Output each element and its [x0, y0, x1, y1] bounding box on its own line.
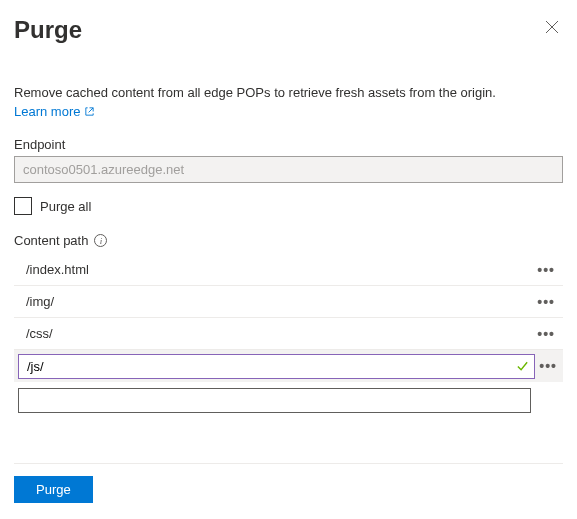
- panel-header: Purge: [14, 16, 563, 44]
- path-value[interactable]: /css/: [18, 320, 533, 347]
- info-icon[interactable]: i: [94, 234, 107, 247]
- more-icon: •••: [537, 262, 555, 278]
- learn-more-link[interactable]: Learn more: [14, 104, 95, 119]
- close-button[interactable]: [541, 16, 563, 41]
- content-path-label-row: Content path i: [14, 233, 563, 248]
- path-input-empty[interactable]: [18, 388, 531, 413]
- panel-footer: Purge: [14, 463, 563, 503]
- endpoint-input: [14, 156, 563, 183]
- row-menu-button[interactable]: •••: [533, 292, 559, 312]
- path-row-active: •••: [14, 350, 563, 382]
- external-link-icon: [84, 106, 95, 117]
- path-value[interactable]: /index.html: [18, 256, 533, 283]
- path-input-wrap: [18, 354, 535, 379]
- path-row: /index.html •••: [14, 254, 563, 286]
- content-path-label: Content path: [14, 233, 88, 248]
- more-icon: •••: [537, 326, 555, 342]
- row-menu-button[interactable]: •••: [533, 260, 559, 280]
- more-icon: •••: [539, 358, 557, 374]
- row-menu-button[interactable]: •••: [533, 324, 559, 344]
- purge-button[interactable]: Purge: [14, 476, 93, 503]
- path-input-active[interactable]: [18, 354, 535, 379]
- row-menu-button[interactable]: •••: [535, 356, 561, 376]
- checkmark-icon: [516, 360, 529, 373]
- page-title: Purge: [14, 16, 82, 44]
- learn-more-label: Learn more: [14, 104, 80, 119]
- purge-all-row: Purge all: [14, 197, 563, 215]
- path-row: /img/ •••: [14, 286, 563, 318]
- path-row: /css/ •••: [14, 318, 563, 350]
- description-text: Remove cached content from all edge POPs…: [14, 84, 563, 102]
- svg-line-2: [89, 108, 94, 113]
- more-icon: •••: [537, 294, 555, 310]
- path-value[interactable]: /img/: [18, 288, 533, 315]
- purge-all-checkbox[interactable]: [14, 197, 32, 215]
- endpoint-label: Endpoint: [14, 137, 563, 152]
- purge-all-label: Purge all: [40, 199, 91, 214]
- content-path-list: /index.html ••• /img/ ••• /css/ ••• •••: [14, 254, 563, 413]
- path-row-empty: [14, 388, 563, 413]
- close-icon: [545, 20, 559, 34]
